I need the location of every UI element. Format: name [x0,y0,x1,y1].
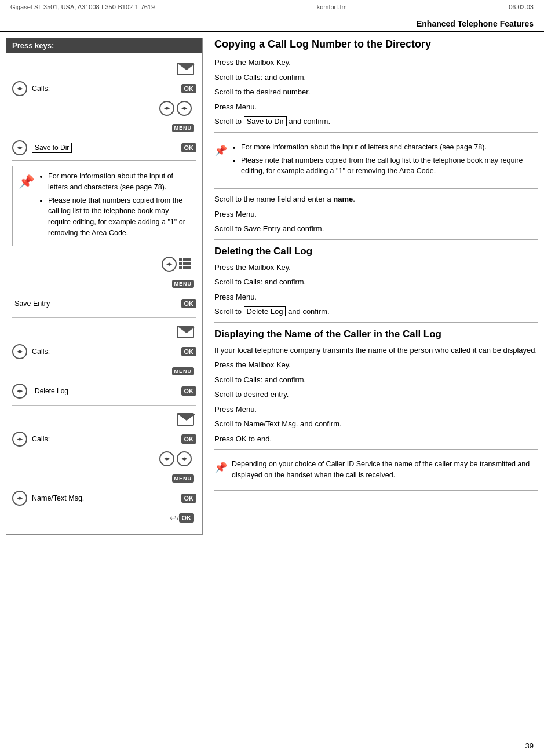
step-scroll-calls-1: Scroll to Calls: and confirm. [214,72,538,83]
pin-icon-2: 📌 [214,143,227,159]
step-press-menu-1: Press Menu. [214,101,538,113]
back-ok-row: ↩ / OK [12,510,196,526]
header-right: 06.02.03 [509,3,534,10]
calls-label-1: Calls: [30,85,181,93]
main-content: Press keys: Calls: OK MENU [0,38,544,535]
press-keys-body: Calls: OK MENU Save to Dir OK [6,53,202,534]
note-box-right-2: 📌 Depending on your choice of Caller ID … [214,454,538,485]
nav-icon-6 [12,344,27,359]
pin-icon-1: 📌 [19,172,34,191]
menu-btn-4: MENU [172,474,195,483]
note-content-1: For more information about the input of … [39,171,190,241]
display-name-note: Depending on your choice of Caller ID Se… [232,459,532,481]
ok-btn-5: OK [181,386,197,396]
calls-row-3: Calls: OK [12,431,196,447]
nav-icon-7 [12,384,27,399]
save-to-dir-label: Save to Dir [30,143,181,153]
right-sep-6 [214,490,538,491]
mailbox-key-row-3 [12,411,196,428]
envelope-icon-3 [177,413,194,426]
page-number: 39 [525,742,534,750]
step-scroll-name-text: Scroll to Name/Text Msg. and confirm. [214,418,538,430]
sep-3 [12,317,196,318]
ok-btn-8: OK [179,513,195,523]
mailbox-key-row [12,61,196,77]
step-press-mailbox-3: Press the Mailbox Key. [214,359,538,371]
step-scroll-desired: Scroll to the desired number. [214,86,538,98]
menu-row-1: MENU [12,120,196,136]
display-name-heading: Displaying the Name of the Caller in the… [214,328,538,340]
nav-icon-10 [177,451,192,466]
step-press-menu-4: Press Menu. [214,404,538,415]
calls-label-3: Calls: [30,435,181,443]
note-content-right-1: For more information about the input of … [232,142,532,179]
delete-log-inline: Delete Log [244,306,286,316]
step-scroll-calls-3: Scroll to Calls: and confirm. [214,374,538,386]
back-icon: ↩ [170,513,177,523]
note-right-bullet-1: For more information about the input of … [241,142,532,153]
delete-log-boxed: Delete Log [32,386,71,396]
grid-nav-row [12,256,196,272]
step-scroll-calls-2: Scroll to Calls: and confirm. [214,276,538,288]
scroll-row-1 [12,100,196,116]
scroll-row-2 [12,451,196,467]
step-scroll-desired-entry: Scroll to desired entry. [214,389,538,400]
nav-icon-1 [12,81,27,96]
menu-btn-3: MENU [172,367,195,375]
name-text-msg-row: Name/Text Msg. OK [12,490,196,506]
right-sep-2 [214,188,538,189]
nav-icon-11 [12,491,27,506]
ok-btn-1: OK [181,84,197,93]
step-press-mailbox-2: Press the Mailbox Key. [214,262,538,273]
nav-icon-2 [159,101,174,116]
page-title: Enhanced Telephone Features [0,14,544,32]
sep-2 [12,251,196,251]
grid-icon [179,258,192,271]
right-panel: Copying a Call Log Number to the Directo… [209,38,538,535]
nav-icon-3 [177,101,192,116]
menu-row-3: MENU [12,363,196,379]
step-press-mailbox-1: Press the Mailbox Key. [214,57,538,68]
save-entry-label: Save Entry [12,300,181,308]
calls-row-1: Calls: OK [12,81,196,97]
step-press-ok-end: Press OK to end. [214,433,538,445]
menu-btn-2: MENU [172,280,195,288]
menu-row-4: MENU [12,470,196,487]
nav-icon-9 [159,451,174,466]
note-box-right-1: 📌 For more information about the input o… [214,137,538,184]
pin-icon-3: 📌 [214,460,227,476]
note-bullet-1: For more information about the input of … [48,171,190,193]
delete-log-heading: Deleting the Call Log [214,246,538,257]
save-to-dir-inline: Save to Dir [244,116,287,126]
note-bullet-2: Please note that numbers copied from the… [48,195,190,239]
display-name-intro: If your local telephone company transmit… [214,345,538,356]
menu-btn-1: MENU [172,124,195,132]
header-center: komfort.fm [317,3,347,10]
ok-btn-7: OK [181,494,197,503]
name-text-msg-label: Name/Text Msg. [30,494,181,502]
step-press-menu-3: Press Menu. [214,291,538,303]
sep-1 [12,160,196,161]
envelope-icon-2 [177,326,194,338]
mailbox-key-row-2 [12,324,196,340]
ok-btn-4: OK [181,347,197,356]
ok-btn-3: OK [181,299,197,308]
sep-4 [12,405,196,406]
right-sep-3 [214,239,538,240]
page-header: Gigaset SL 3501, USA, A31008-L350-B102-1… [0,0,544,14]
save-entry-row: Save Entry OK [12,295,196,312]
step-scroll-save-entry: Scroll to Save Entry and confirm. [214,223,538,235]
note-box-1: 📌 For more information about the input o… [12,166,196,246]
step-scroll-delete-log: Scroll to Delete Log and confirm. [214,306,538,317]
right-sep-1 [214,132,538,133]
calls-row-2: Calls: OK [12,344,196,360]
step-press-menu-2: Press Menu. [214,209,538,220]
note-right-bullet-2: Please note that numbers copied from the… [241,155,532,177]
ok-btn-6: OK [181,434,197,444]
step-scroll-name-field: Scroll to the name field and enter a nam… [214,193,538,205]
save-to-dir-boxed: Save to Dir [32,143,72,153]
save-to-dir-row: Save to Dir OK [12,140,196,156]
copy-log-heading: Copying a Call Log Number to the Directo… [214,38,538,51]
calls-label-2: Calls: [30,348,181,356]
delete-log-row: Delete Log OK [12,383,196,399]
